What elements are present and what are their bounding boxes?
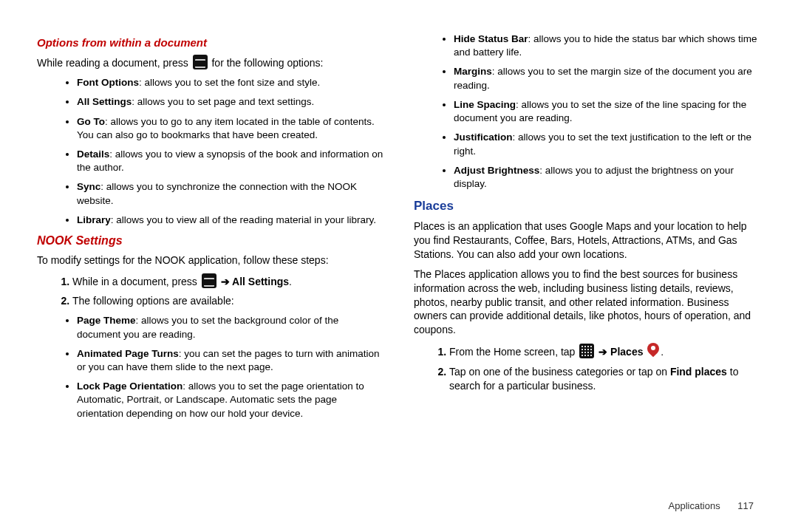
settings-list: Page Theme: allows you to set the backgr… xyxy=(37,314,384,420)
step-2: The following options are available: xyxy=(72,294,384,308)
places-p1: Places is an application that uses Googl… xyxy=(414,219,761,262)
page-number: 117 xyxy=(737,500,754,511)
places-p2: The Places application allows you to fin… xyxy=(414,267,761,337)
apps-grid-icon xyxy=(579,344,594,358)
heading-places: Places xyxy=(414,198,761,215)
places-step-1: From the Home screen, tap ➔ Places . xyxy=(449,343,761,359)
text: for the following options: xyxy=(211,57,323,69)
options-intro: While reading a document, press for the … xyxy=(37,55,384,70)
right-column: Hide Status Bar: allows you to hide the … xyxy=(414,30,761,502)
menu-icon xyxy=(202,273,216,288)
heading-nook: NOOK Settings xyxy=(37,233,384,249)
heading-options: Options from within a document xyxy=(37,35,384,50)
left-column: Options from within a document While rea… xyxy=(37,30,384,502)
menu-icon xyxy=(193,55,208,69)
text: While reading a document, press xyxy=(37,57,191,69)
page-footer: Applications 117 xyxy=(669,500,754,511)
nook-intro: To modify settings for the NOOK applicat… xyxy=(37,253,384,267)
section-label: Applications xyxy=(669,500,720,511)
settings-list-cont: Hide Status Bar: allows you to hide the … xyxy=(414,33,761,191)
places-steps: From the Home screen, tap ➔ Places . Tap… xyxy=(414,343,761,393)
nook-steps: While in a document, press ➔ All Setting… xyxy=(37,273,384,309)
places-step-2: Tap on one of the business categories or… xyxy=(449,365,761,393)
options-list: Font Options: allows you to set the font… xyxy=(37,76,384,227)
step-1: While in a document, press ➔ All Setting… xyxy=(72,273,384,289)
places-pin-icon xyxy=(647,343,659,359)
